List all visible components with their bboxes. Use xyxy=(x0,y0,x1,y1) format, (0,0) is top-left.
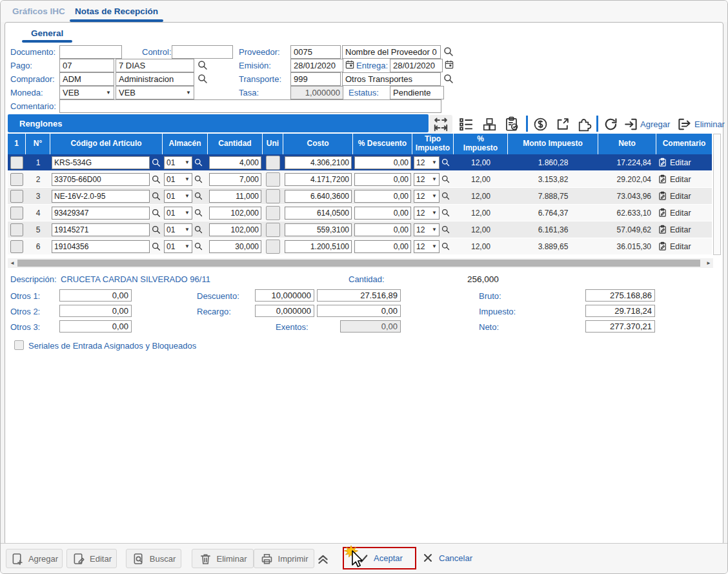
search-icon[interactable] xyxy=(441,225,450,234)
editar-link[interactable]: Editar xyxy=(658,208,691,218)
descuento-input[interactable] xyxy=(354,240,411,253)
descuento-input[interactable] xyxy=(354,190,411,203)
scroll-left-arrow[interactable]: ◄ xyxy=(10,260,15,266)
eliminar-button[interactable]: Eliminar xyxy=(192,549,254,568)
tipo-impuesto-select[interactable]: 12▼ xyxy=(414,223,440,236)
refresh-icon[interactable] xyxy=(603,116,619,132)
documento-field[interactable] xyxy=(59,45,122,59)
comentario-field[interactable] xyxy=(59,99,441,113)
imprimir-button[interactable]: Imprimir xyxy=(254,549,314,568)
table-row[interactable]: 3 01▼ 12▼ 12,00 7.888,75 73.043,96 Edita… xyxy=(8,188,712,205)
tipo-impuesto-select[interactable]: 12▼ xyxy=(414,207,440,220)
editar-button[interactable]: Editar xyxy=(66,549,117,568)
search-icon[interactable] xyxy=(194,208,203,218)
editar-link[interactable]: Editar xyxy=(658,191,691,201)
pago-code-field[interactable] xyxy=(59,59,114,72)
tab-graficos-ihc[interactable]: Gráficos IHC xyxy=(12,6,65,16)
scrollbar-thumb[interactable] xyxy=(17,260,700,267)
otros2-field[interactable] xyxy=(59,305,132,317)
agregar-button[interactable]: Agregar xyxy=(6,549,63,568)
almacen-select[interactable]: 01▼ xyxy=(164,190,192,203)
vertical-scrollbar[interactable] xyxy=(713,134,721,255)
emision-date-field[interactable] xyxy=(290,59,343,72)
expand-columns-icon[interactable] xyxy=(429,115,452,133)
recargo-monto-field[interactable] xyxy=(317,305,401,317)
descuento-input[interactable] xyxy=(354,173,411,186)
almacen-select[interactable]: 01▼ xyxy=(164,173,192,186)
search-icon[interactable] xyxy=(197,73,208,85)
descuento-pct-field[interactable] xyxy=(255,289,314,302)
neto-total-field[interactable] xyxy=(585,320,655,333)
horizontal-scrollbar[interactable]: ◄ ► xyxy=(8,258,713,268)
codigo-input[interactable] xyxy=(52,156,150,169)
row-select-box[interactable] xyxy=(10,156,23,169)
calendar-icon[interactable] xyxy=(444,59,454,70)
search-icon[interactable] xyxy=(441,158,450,167)
costo-input[interactable] xyxy=(285,156,352,169)
search-icon[interactable] xyxy=(441,241,450,251)
calendar-icon[interactable] xyxy=(345,59,355,70)
editar-link[interactable]: Editar xyxy=(658,241,691,251)
seriales-checkbox[interactable] xyxy=(14,340,24,350)
comprador-code-field[interactable] xyxy=(59,72,114,86)
search-icon[interactable] xyxy=(194,241,203,251)
editar-link[interactable]: Editar xyxy=(658,158,691,167)
collapse-toolbar-icon[interactable] xyxy=(316,552,330,566)
cancelar-button[interactable]: Cancelar xyxy=(421,551,472,564)
row-select-box[interactable] xyxy=(10,223,23,236)
eliminar-row-link[interactable]: Eliminar xyxy=(694,119,725,129)
puzzle-icon[interactable] xyxy=(576,116,592,132)
tipo-impuesto-select[interactable]: 12▼ xyxy=(414,240,440,253)
codigo-input[interactable] xyxy=(52,223,150,236)
cantidad-input[interactable] xyxy=(209,207,261,220)
estatus-field[interactable] xyxy=(390,86,444,99)
costo-input[interactable] xyxy=(285,190,352,203)
descuento-input[interactable] xyxy=(354,223,411,236)
codigo-input[interactable] xyxy=(52,240,150,253)
table-row[interactable]: 2 01▼ 12▼ 12,00 3.153,82 29.202,04 Edita… xyxy=(8,171,712,188)
cantidad-input[interactable] xyxy=(209,190,261,203)
codigo-input[interactable] xyxy=(52,207,150,220)
currency-icon[interactable] xyxy=(532,116,549,132)
transporte-code-field[interactable] xyxy=(290,72,341,86)
table-row[interactable]: 1 01▼ 12▼ 12,00 1.860,28 17.224,84 Edita… xyxy=(8,154,712,171)
search-icon[interactable] xyxy=(151,208,161,218)
editar-link[interactable]: Editar xyxy=(658,174,691,184)
agregar-row-link[interactable]: Agregar xyxy=(640,119,670,129)
table-row[interactable]: 4 01▼ 12▼ 12,00 6.764,37 62.633,10 Edita… xyxy=(8,205,712,221)
tab-notas-recepcion[interactable]: Notas de Recepción xyxy=(75,6,158,16)
moneda-name-select[interactable]: VEB▼ xyxy=(116,86,194,99)
search-icon[interactable] xyxy=(151,241,161,252)
search-icon[interactable] xyxy=(151,191,161,201)
search-icon[interactable] xyxy=(151,225,161,235)
search-icon[interactable] xyxy=(443,46,454,57)
search-icon[interactable] xyxy=(194,158,203,167)
clipboard-check-icon[interactable] xyxy=(503,116,520,132)
proveedor-name-field[interactable] xyxy=(342,45,441,59)
search-icon[interactable] xyxy=(443,73,454,85)
search-icon[interactable] xyxy=(151,158,161,168)
cantidad-input[interactable] xyxy=(209,240,261,253)
search-icon[interactable] xyxy=(194,174,203,184)
tipo-impuesto-select[interactable]: 12▼ xyxy=(414,190,440,203)
cantidad-input[interactable] xyxy=(209,156,261,169)
search-icon[interactable] xyxy=(194,191,203,201)
export-icon[interactable] xyxy=(554,116,571,132)
packages-icon[interactable] xyxy=(481,116,498,132)
remove-row-icon[interactable] xyxy=(676,116,693,132)
tab-general[interactable]: General xyxy=(31,28,63,38)
impuesto-total-field[interactable] xyxy=(585,305,655,317)
codigo-input[interactable] xyxy=(52,190,150,203)
list-icon[interactable] xyxy=(458,116,474,132)
comprador-name-field[interactable] xyxy=(116,72,194,86)
codigo-input[interactable] xyxy=(52,173,150,186)
buscar-button[interactable]: Buscar xyxy=(126,549,181,568)
add-row-icon[interactable] xyxy=(623,116,639,132)
tipo-impuesto-select[interactable]: 12▼ xyxy=(414,173,440,186)
row-select-box[interactable] xyxy=(10,207,23,220)
row-select-box[interactable] xyxy=(10,173,23,186)
costo-input[interactable] xyxy=(285,207,352,220)
recargo-pct-field[interactable] xyxy=(255,305,314,317)
tipo-impuesto-select[interactable]: 12▼ xyxy=(414,156,440,169)
row-select-box[interactable] xyxy=(10,240,23,253)
